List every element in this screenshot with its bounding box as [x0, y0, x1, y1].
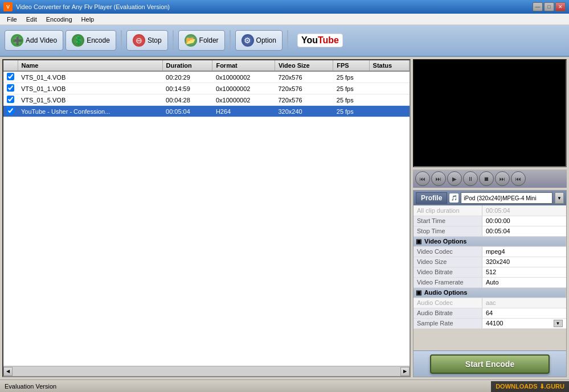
- row-checkbox-cell[interactable]: [3, 83, 18, 94]
- prop-row: Video Size 320x240: [414, 257, 566, 267]
- folder-button[interactable]: 📂 Folder: [178, 30, 225, 51]
- prop-value-clip-duration: 00:05:04: [482, 205, 566, 216]
- table-row[interactable]: VTS_01_4.VOB 00:20:29 0x10000002 720x576…: [3, 71, 410, 83]
- props-scroll[interactable]: All clip duration 00:05:04 Start Time 00…: [414, 205, 566, 350]
- row-status: [369, 83, 409, 94]
- play-button[interactable]: ▶: [447, 171, 462, 186]
- option-label: Option: [256, 36, 276, 44]
- window-title: Video Converter for Any Flv Player (Eval…: [16, 3, 533, 10]
- profile-dropdown-arrow[interactable]: ▼: [555, 192, 564, 204]
- pause-button[interactable]: ⏸: [463, 171, 478, 186]
- profile-select[interactable]: iPod (320x240)MPEG-4 Mini: [461, 192, 552, 204]
- forward-rewind-button[interactable]: ⏭: [431, 171, 446, 186]
- scroll-left-button[interactable]: ◀: [3, 367, 13, 376]
- horizontal-scrollbar[interactable]: ◀ ▶: [3, 366, 410, 376]
- row-fps: 25 fps: [333, 94, 369, 106]
- scroll-right-button[interactable]: ▶: [400, 367, 410, 376]
- close-button[interactable]: ✕: [555, 2, 566, 11]
- encode-icon: 💲: [72, 34, 84, 47]
- row-duration: 00:05:04: [162, 106, 212, 117]
- prop-label-sample-rate: Sample Rate: [414, 318, 482, 329]
- row-status: [369, 71, 409, 83]
- col-duration: Duration: [162, 60, 212, 71]
- prop-value-video-bitrate: 512: [482, 267, 566, 277]
- prop-label-video-codec: Video Codec: [414, 246, 482, 257]
- scroll-track[interactable]: [13, 367, 400, 376]
- table-row[interactable]: VTS_01_1.VOB 00:14:59 0x10000002 720x576…: [3, 83, 410, 94]
- row-checkbox-cell[interactable]: [3, 106, 18, 117]
- row-video-size: 320x240: [275, 106, 333, 117]
- row-checkbox[interactable]: [7, 96, 14, 103]
- stop-ctrl-button[interactable]: ⏹: [479, 171, 494, 186]
- add-video-button[interactable]: ➕ Add Video: [5, 30, 63, 51]
- row-format: H264: [212, 106, 275, 117]
- prop-value-video-size: 320x240: [482, 257, 566, 267]
- separator-2: [173, 30, 174, 51]
- row-video-size: 720x576: [275, 94, 333, 106]
- prop-row: Video Bitrate 512: [414, 267, 566, 277]
- prop-value-audio-codec: aac: [482, 298, 566, 308]
- row-checkbox[interactable]: [7, 73, 14, 80]
- sample-rate-dropdown-arrow[interactable]: ▼: [554, 320, 563, 327]
- encode-btn-area: Start Encode: [414, 350, 566, 377]
- maximize-button[interactable]: □: [544, 2, 554, 11]
- minimize-button[interactable]: —: [533, 2, 543, 11]
- title-bar: V Video Converter for Any Flv Player (Ev…: [0, 0, 569, 14]
- rewind-button[interactable]: ⏮: [415, 171, 430, 186]
- menu-edit[interactable]: Edit: [22, 15, 42, 24]
- row-format: 0x10000002: [212, 83, 275, 94]
- prop-label-audio-codec: Audio Codec: [414, 298, 482, 308]
- start-encode-button[interactable]: Start Encode: [430, 354, 550, 374]
- watermark-icon: ⬇: [539, 383, 545, 390]
- menu-file[interactable]: File: [2, 15, 22, 24]
- encode-label: Encode: [87, 36, 110, 44]
- row-fps: 25 fps: [333, 71, 369, 83]
- section-header-audio: ▣ Audio Options: [414, 287, 566, 298]
- menu-help[interactable]: Help: [77, 15, 99, 24]
- prop-row: Sample Rate 44100 ▼: [414, 318, 566, 329]
- table-header-row: Name Duration Format Video Size FPS Stat…: [3, 60, 410, 71]
- menu-encoding[interactable]: Encoding: [42, 15, 77, 24]
- collapse-video-icon[interactable]: ▣: [416, 238, 421, 245]
- prop-label-audio-bitrate: Audio Bitrate: [414, 308, 482, 318]
- prop-row: Video Codec mpeg4: [414, 246, 566, 257]
- prop-row: Video Framerate Auto: [414, 277, 566, 287]
- col-fps: FPS: [333, 60, 369, 71]
- prop-row: Audio Codec aac: [414, 298, 566, 308]
- option-button[interactable]: ⚙ Option: [235, 30, 283, 51]
- status-text: Evaluation Version: [5, 383, 56, 390]
- row-video-size: 720x576: [275, 71, 333, 83]
- status-bar: Evaluation Version: [0, 379, 569, 392]
- file-table-scroll[interactable]: Name Duration Format Video Size FPS Stat…: [3, 60, 410, 366]
- props-table: All clip duration 00:05:04 Start Time 00…: [414, 205, 566, 329]
- row-checkbox[interactable]: [7, 107, 14, 114]
- stop-button[interactable]: ⊖ Stop: [126, 30, 168, 51]
- row-video-size: 720x576: [275, 83, 333, 94]
- row-status: [369, 106, 409, 117]
- audio-options-label: Audio Options: [424, 289, 468, 296]
- row-checkbox-cell[interactable]: [3, 94, 18, 106]
- row-format: 0x10000002: [212, 94, 275, 106]
- prop-row: Stop Time 00:05:04: [414, 226, 566, 236]
- row-checkbox-cell[interactable]: [3, 71, 18, 83]
- video-options-label: Video Options: [424, 238, 466, 245]
- watermark: DOWNLOADS ⬇.GURU: [491, 381, 569, 392]
- row-fps: 25 fps: [333, 106, 369, 117]
- row-checkbox[interactable]: [7, 84, 14, 92]
- skip-back-button[interactable]: ⏮: [511, 171, 526, 186]
- skip-forward-button[interactable]: ⏭: [495, 171, 510, 186]
- prop-label-video-framerate: Video Framerate: [414, 277, 482, 287]
- collapse-audio-icon[interactable]: ▣: [416, 289, 421, 296]
- add-icon: ➕: [11, 34, 23, 47]
- table-row[interactable]: VTS_01_5.VOB 00:04:28 0x10000002 720x576…: [3, 94, 410, 106]
- table-row-selected[interactable]: YouTube - Usher - Confession... 00:05:04…: [3, 106, 410, 117]
- stop-label: Stop: [148, 36, 162, 44]
- encode-button[interactable]: 💲 Encode: [66, 30, 116, 51]
- folder-icon: 📂: [185, 34, 197, 47]
- stop-icon: ⊖: [133, 34, 145, 47]
- app-icon: V: [3, 2, 13, 11]
- prop-label-start-time: Start Time: [414, 216, 482, 226]
- prop-row: Audio Bitrate 64: [414, 308, 566, 318]
- col-video-size: Video Size: [275, 60, 333, 71]
- row-duration: 00:04:28: [162, 94, 212, 106]
